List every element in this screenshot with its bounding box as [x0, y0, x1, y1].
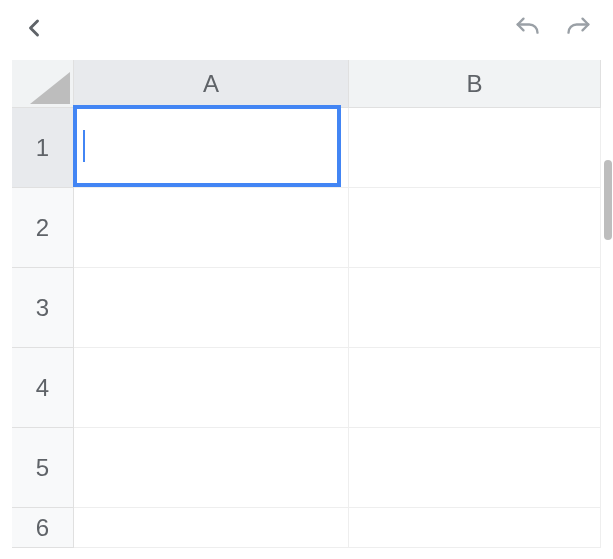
cell-b1[interactable] [349, 108, 601, 188]
column-header-a[interactable]: A [74, 60, 349, 108]
redo-button[interactable] [565, 14, 593, 42]
cell-b4[interactable] [349, 348, 601, 428]
row-header-1[interactable]: 1 [12, 108, 74, 188]
toolbar-left [20, 14, 48, 42]
column-header-b[interactable]: B [349, 60, 601, 108]
vertical-scrollbar-thumb[interactable] [604, 160, 612, 240]
row-header-6[interactable]: 6 [12, 508, 74, 548]
cell-b5[interactable] [349, 428, 601, 508]
cell-b2[interactable] [349, 188, 601, 268]
cell-a3[interactable] [74, 268, 349, 348]
redo-icon [565, 14, 593, 42]
spreadsheet-area: A B 1 2 3 4 5 6 [0, 56, 613, 548]
undo-icon [513, 14, 541, 42]
toolbar [0, 0, 613, 56]
select-all-corner[interactable] [12, 60, 74, 108]
cell-a6[interactable] [74, 508, 349, 548]
cell-a5[interactable] [74, 428, 349, 508]
toolbar-right [513, 14, 593, 42]
undo-button[interactable] [513, 14, 541, 42]
cell-b6[interactable] [349, 508, 601, 548]
cell-b3[interactable] [349, 268, 601, 348]
spreadsheet-grid[interactable]: A B 1 2 3 4 5 6 [12, 60, 601, 548]
row-header-2[interactable]: 2 [12, 188, 74, 268]
row-header-3[interactable]: 3 [12, 268, 74, 348]
cell-a2[interactable] [74, 188, 349, 268]
back-button[interactable] [20, 14, 48, 42]
chevron-left-icon [20, 14, 48, 42]
row-header-4[interactable]: 4 [12, 348, 74, 428]
corner-triangle-icon [30, 72, 70, 104]
cell-a1[interactable] [74, 108, 349, 188]
row-header-5[interactable]: 5 [12, 428, 74, 508]
cell-a4[interactable] [74, 348, 349, 428]
